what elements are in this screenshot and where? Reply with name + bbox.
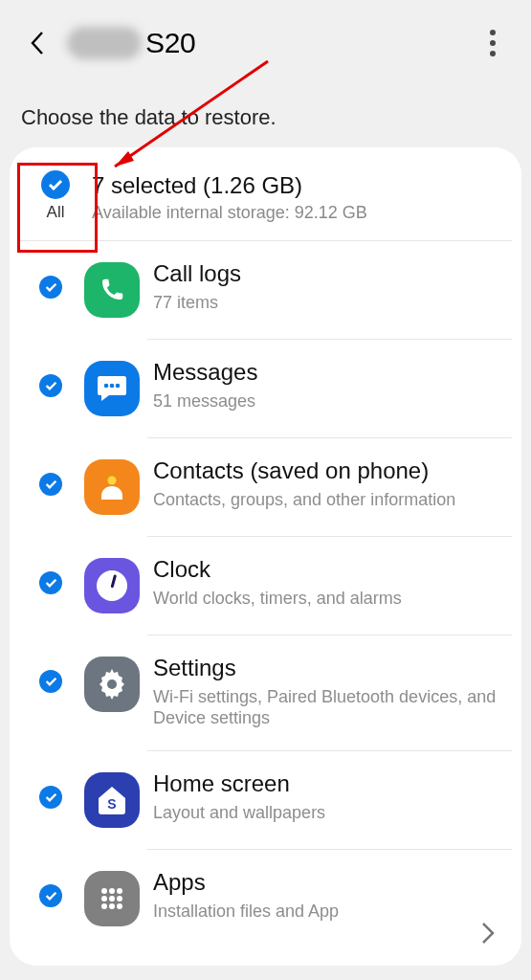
- check-icon: [45, 891, 57, 901]
- restore-card: All 7 selected (1.26 GB) Available inter…: [10, 147, 521, 966]
- gear-icon: [95, 667, 129, 702]
- item-checkbox[interactable]: [39, 374, 62, 397]
- item-checkbox[interactable]: [39, 670, 62, 693]
- chevron-right-icon: [479, 920, 497, 947]
- check-icon: [45, 282, 57, 292]
- list-item[interactable]: Settings Wi-Fi settings, Paired Bluetoot…: [19, 635, 512, 750]
- item-title: Settings: [153, 655, 500, 682]
- back-button[interactable]: [19, 24, 57, 62]
- svg-point-10: [117, 888, 122, 894]
- check-icon: [45, 792, 57, 802]
- item-title: Apps: [153, 869, 500, 897]
- item-checkbox[interactable]: [39, 571, 62, 594]
- svg-point-8: [101, 888, 107, 894]
- item-title: Contacts (saved on phone): [153, 457, 500, 485]
- item-title: Clock: [153, 556, 500, 584]
- svg-point-3: [108, 477, 117, 485]
- select-all-checkbox[interactable]: [41, 170, 70, 199]
- gear-icon: [84, 657, 140, 712]
- svg-point-2: [116, 384, 121, 389]
- svg-point-11: [101, 896, 107, 902]
- device-name: S20: [145, 27, 195, 59]
- select-all-label: All: [47, 203, 65, 222]
- more-icon: [490, 28, 496, 59]
- list-item[interactable]: Clock World clocks, timers, and alarms: [19, 537, 512, 635]
- item-title: Home screen: [153, 770, 500, 798]
- check-icon: [45, 578, 57, 588]
- more-button[interactable]: [474, 24, 512, 62]
- next-button[interactable]: [479, 920, 497, 950]
- check-icon: [45, 381, 57, 390]
- svg-point-9: [109, 888, 115, 894]
- item-subtitle: Layout and wallpapers: [153, 802, 500, 824]
- contact-icon: [84, 459, 140, 515]
- phone-icon: [84, 262, 140, 318]
- item-list: Call logs 77 items Messages 51 messages: [19, 241, 512, 947]
- home-icon: S: [95, 783, 129, 817]
- svg-point-1: [110, 384, 115, 389]
- svg-point-0: [104, 384, 109, 389]
- item-subtitle: 77 items: [153, 292, 500, 314]
- instruction-text: Choose the data to restore.: [0, 67, 531, 147]
- home-icon: S: [84, 772, 140, 828]
- item-title: Call logs: [153, 260, 500, 288]
- apps-icon: [98, 884, 126, 913]
- list-item[interactable]: Messages 51 messages: [19, 340, 512, 437]
- storage-available: Available internal storage: 92.12 GB: [92, 203, 506, 223]
- item-checkbox[interactable]: [39, 276, 62, 299]
- check-icon: [45, 479, 57, 489]
- item-checkbox[interactable]: [39, 473, 62, 496]
- svg-point-13: [117, 896, 122, 902]
- svg-point-14: [101, 903, 107, 909]
- contact-icon: [97, 471, 127, 503]
- item-subtitle: Contacts, groups, and other information: [153, 489, 500, 511]
- svg-point-16: [117, 903, 122, 909]
- svg-point-15: [109, 903, 115, 909]
- svg-point-6: [107, 679, 117, 689]
- item-subtitle: World clocks, timers, and alarms: [153, 588, 500, 610]
- page-title: S20: [67, 27, 195, 59]
- svg-point-12: [109, 896, 115, 902]
- redacted-text: [67, 27, 142, 59]
- list-item[interactable]: Apps Installation files and App: [19, 850, 512, 947]
- item-checkbox[interactable]: [39, 884, 62, 907]
- message-icon: [84, 361, 140, 416]
- selection-summary: 7 selected (1.26 GB): [92, 172, 506, 199]
- select-all-row[interactable]: All 7 selected (1.26 GB) Available inter…: [19, 165, 512, 241]
- list-item[interactable]: S Home screen Layout and wallpapers: [19, 751, 512, 849]
- item-title: Messages: [153, 359, 500, 387]
- item-subtitle: 51 messages: [153, 390, 500, 412]
- item-subtitle: Installation files and App: [153, 901, 500, 923]
- item-checkbox[interactable]: [39, 786, 62, 809]
- check-icon: [45, 677, 57, 686]
- message-icon: [96, 374, 128, 403]
- header: S20: [0, 0, 531, 67]
- check-icon: [48, 179, 63, 190]
- chevron-left-icon: [29, 30, 48, 56]
- clock-icon: [84, 558, 140, 613]
- clock-icon: [93, 567, 131, 605]
- item-subtitle: Wi-Fi settings, Paired Bluetooth devices…: [153, 686, 500, 729]
- list-item[interactable]: Contacts (saved on phone) Contacts, grou…: [19, 438, 512, 536]
- phone-icon: [98, 276, 126, 304]
- list-item[interactable]: Call logs 77 items: [19, 241, 512, 339]
- apps-icon: [84, 871, 140, 926]
- svg-text:S: S: [107, 796, 116, 812]
